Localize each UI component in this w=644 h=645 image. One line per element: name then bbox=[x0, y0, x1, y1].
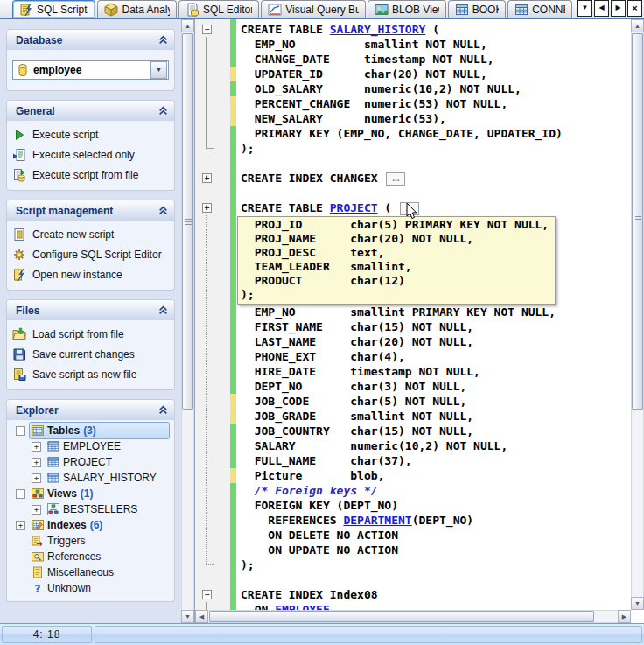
fold-plus-icon[interactable]: + bbox=[202, 173, 212, 183]
collapse-chevron-icon[interactable] bbox=[158, 305, 168, 315]
collapse-chevron-icon[interactable] bbox=[158, 35, 168, 45]
object-link[interactable]: SALARY_HISTORY bbox=[330, 23, 426, 36]
editor-line-27[interactable]: JOB_GRADE smallint NOT NULL, bbox=[195, 409, 630, 424]
tree-item-bestsellers[interactable]: + BESTSELLERS bbox=[7, 501, 174, 517]
editor-gutter[interactable] bbox=[195, 215, 230, 230]
editor-gutter[interactable] bbox=[195, 275, 230, 290]
group-header-script-management[interactable]: Script management bbox=[7, 200, 174, 221]
editor-gutter[interactable] bbox=[195, 409, 230, 424]
editor-gutter[interactable] bbox=[195, 290, 230, 305]
object-link[interactable]: PROJECT bbox=[330, 201, 378, 214]
editor-gutter[interactable] bbox=[195, 483, 230, 498]
tab-connec[interactable]: CONNEC bbox=[508, 0, 572, 18]
editor-line-5[interactable]: OLD_SALARY numeric(10,2) NOT NULL, bbox=[195, 81, 630, 96]
editor-line-38[interactable] bbox=[195, 572, 630, 587]
editor-vertical-scrollbar[interactable]: ▲ ▼ bbox=[631, 19, 644, 610]
object-link[interactable]: DEPARTMENT bbox=[343, 514, 411, 527]
editor-line-23[interactable]: PHONE_EXT char(4), bbox=[195, 349, 630, 364]
editor-gutter[interactable] bbox=[195, 453, 230, 468]
editor-gutter[interactable] bbox=[195, 230, 230, 245]
editor-gutter[interactable] bbox=[195, 245, 230, 260]
editor-line-7[interactable]: NEW_SALARY numeric(53), bbox=[195, 111, 630, 126]
editor-gutter[interactable] bbox=[195, 81, 230, 96]
fold-plus-icon[interactable]: + bbox=[202, 203, 212, 213]
group-header-explorer[interactable]: Explorer bbox=[7, 400, 174, 420]
editor-gutter[interactable] bbox=[195, 349, 230, 364]
editor-gutter[interactable] bbox=[195, 96, 230, 111]
sidebar-scroll-up-button[interactable]: ▲ bbox=[181, 19, 194, 32]
plus-expander-icon[interactable]: + bbox=[32, 473, 41, 483]
dropdown-arrow-icon[interactable]: ▼ bbox=[150, 61, 167, 79]
load-script-from-file-button[interactable]: Load script from file bbox=[7, 324, 174, 344]
collapse-chevron-icon[interactable] bbox=[158, 206, 168, 215]
fold-minus-icon[interactable]: − bbox=[202, 25, 212, 34]
editor-scroll-up-button[interactable]: ▲ bbox=[631, 19, 644, 32]
sidebar-scrollbar-thumb[interactable] bbox=[182, 33, 193, 410]
tree-item-references[interactable]: References bbox=[7, 549, 174, 564]
tree-item-tables[interactable]: − Tables (3) bbox=[7, 423, 174, 438]
editor-line-39[interactable]: −CREATE INDEX Index08 bbox=[195, 587, 630, 602]
execute-script-button[interactable]: Execute script bbox=[7, 124, 174, 144]
object-link[interactable]: EMPLOYEE bbox=[275, 603, 330, 610]
minus-expander-icon[interactable]: − bbox=[16, 489, 25, 499]
editor-line-9[interactable]: ); bbox=[195, 141, 630, 156]
editor-gutter[interactable] bbox=[195, 305, 230, 319]
tab-scroll-right-button[interactable]: ▶ bbox=[611, 0, 626, 17]
editor-line-4[interactable]: UPDATER_ID char(20) NOT NULL, bbox=[195, 67, 630, 81]
editor-gutter[interactable] bbox=[195, 260, 230, 275]
editor-line-13[interactable]: +CREATE TABLE PROJECT ( ... bbox=[195, 200, 630, 215]
sidebar-scrollbar[interactable]: ▲ ▼ bbox=[181, 19, 194, 623]
editor-gutter[interactable] bbox=[195, 438, 230, 453]
save-script-as-new-file-button[interactable]: Save script as new file bbox=[7, 364, 174, 384]
fold-minus-icon[interactable]: − bbox=[202, 590, 212, 599]
group-header-files[interactable]: Files bbox=[7, 300, 174, 320]
editor-line-12[interactable] bbox=[195, 186, 630, 200]
plus-expander-icon[interactable]: + bbox=[32, 505, 41, 515]
tree-item-indexes[interactable]: + Indexes (6) bbox=[7, 517, 174, 533]
execute-script-from-file-button[interactable]: Execute script from file bbox=[7, 165, 174, 185]
editor-line-33[interactable]: FOREIGN KEY (DEPT_NO) bbox=[195, 498, 630, 513]
tab-sql-script-e[interactable]: SQL Script E... bbox=[12, 0, 95, 18]
create-new-script-button[interactable]: Create new script bbox=[7, 224, 174, 244]
tree-item-salary-history[interactable]: + SALARY_HISTORY bbox=[7, 470, 174, 486]
editor-line-32[interactable]: /* Foreign keys */ bbox=[195, 483, 630, 498]
tree-item-views[interactable]: − Views (1) bbox=[7, 486, 174, 501]
collapse-chevron-icon[interactable] bbox=[158, 405, 168, 415]
tab-close-button[interactable]: × bbox=[627, 0, 642, 17]
editor-line-34[interactable]: REFERENCES DEPARTMENT(DEPT_NO) bbox=[195, 513, 630, 528]
editor-vscrollbar-thumb[interactable] bbox=[632, 33, 643, 410]
editor-line-40[interactable]: ON EMPLOYEE bbox=[195, 602, 630, 610]
plus-expander-icon[interactable]: + bbox=[16, 521, 25, 530]
tab-books[interactable]: BOOKS bbox=[448, 0, 506, 18]
editor-gutter[interactable] bbox=[195, 126, 230, 141]
editor-line-20[interactable]: EMP_NO smallint PRIMARY KEY NOT NULL, bbox=[195, 305, 630, 319]
editor-gutter[interactable] bbox=[195, 468, 230, 483]
expand-collapsed-button[interactable]: ... bbox=[400, 202, 419, 215]
editor-gutter[interactable] bbox=[195, 394, 230, 409]
editor-gutter[interactable] bbox=[195, 334, 230, 349]
editor-horizontal-scrollbar[interactable]: ◀ ▶ bbox=[195, 610, 631, 623]
editor-gutter[interactable]: + bbox=[195, 171, 230, 186]
editor-gutter[interactable]: + bbox=[195, 200, 230, 215]
editor-gutter[interactable] bbox=[195, 602, 230, 610]
editor-gutter[interactable] bbox=[195, 513, 230, 528]
tree-item-triggers[interactable]: Triggers bbox=[7, 533, 174, 549]
tree-item-miscellaneous[interactable]: Miscellaneous bbox=[7, 564, 174, 580]
editor-line-10[interactable] bbox=[195, 156, 630, 171]
editor-scroll-right-button[interactable]: ▶ bbox=[618, 610, 631, 623]
editor-line-30[interactable]: FULL_NAME char(37), bbox=[195, 453, 630, 468]
editor-gutter[interactable] bbox=[195, 572, 230, 587]
editor-gutter[interactable] bbox=[195, 52, 230, 67]
expand-collapsed-button[interactable]: ... bbox=[386, 172, 405, 186]
editor-line-29[interactable]: SALARY numeric(10,2) NOT NULL, bbox=[195, 438, 630, 453]
editor-line-36[interactable]: ON UPDATE NO ACTION bbox=[195, 543, 630, 557]
editor-line-6[interactable]: PERCENT_CHANGE numeric(53) NOT NULL, bbox=[195, 96, 630, 111]
save-current-changes-button[interactable]: Save current changes bbox=[7, 344, 174, 364]
editor-hscrollbar-thumb[interactable] bbox=[209, 611, 594, 622]
editor-scroll-left-button[interactable]: ◀ bbox=[195, 610, 208, 623]
editor-gutter[interactable] bbox=[195, 528, 230, 543]
editor-gutter[interactable] bbox=[195, 186, 230, 200]
editor-gutter[interactable] bbox=[195, 37, 230, 52]
editor-gutter[interactable] bbox=[195, 319, 230, 334]
editor-gutter[interactable] bbox=[195, 498, 230, 513]
